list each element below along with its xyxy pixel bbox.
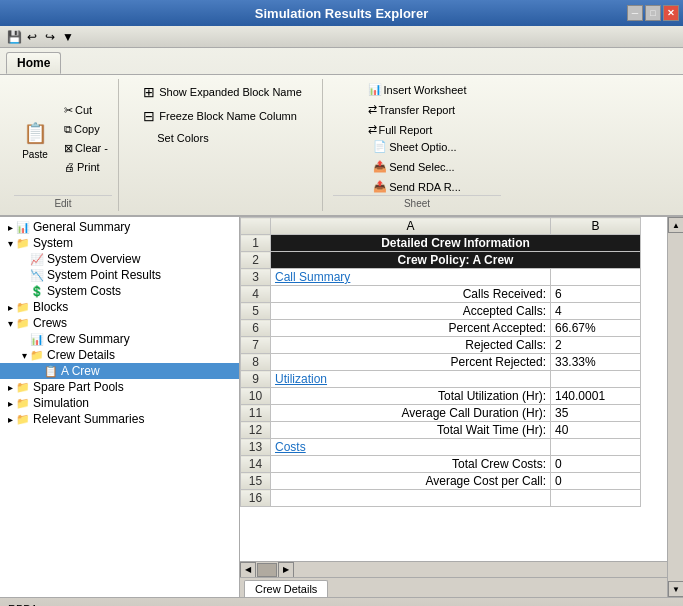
- sidebar-item-relevant-summaries[interactable]: ▸ 📁 Relevant Summaries: [0, 411, 239, 427]
- table-row: 12 Total Wait Time (Hr): 40: [241, 422, 641, 439]
- clear-button[interactable]: ⊠ Clear -: [60, 140, 112, 157]
- crews-expand-icon: ▾: [4, 318, 16, 329]
- sidebar-label-blocks: Blocks: [33, 300, 68, 314]
- ribbon-tabs: Home: [0, 48, 683, 74]
- table-row: 4 Calls Received: 6: [241, 286, 641, 303]
- scroll-down[interactable]: ▼: [668, 581, 683, 597]
- relevant-summaries-icon: 📁: [16, 413, 30, 426]
- tab-home[interactable]: Home: [6, 52, 61, 74]
- sheet-tabs: Crew Details: [240, 577, 667, 597]
- scroll-thumb-h[interactable]: [257, 563, 277, 577]
- sidebar-item-a-crew[interactable]: 📋 A Crew: [0, 363, 239, 379]
- insert-worksheet-button[interactable]: 📊 Insert Worksheet: [364, 81, 471, 98]
- sidebar-label-a-crew: A Crew: [61, 364, 100, 378]
- scroll-left[interactable]: ◀: [240, 562, 256, 578]
- sidebar-item-spare-part-pools[interactable]: ▸ 📁 Spare Part Pools: [0, 379, 239, 395]
- qat-save[interactable]: 💾: [6, 29, 22, 45]
- send-selected-label: Send Selec...: [389, 161, 454, 173]
- transfer-report-icon: ⇄: [368, 103, 377, 116]
- freeze-col-button[interactable]: ⊟ Freeze Block Name Column: [136, 105, 308, 127]
- cell-5b: 4: [551, 303, 641, 320]
- column-headers: A B: [241, 218, 641, 235]
- cell-10a: Total Utilization (Hr):: [271, 388, 551, 405]
- sidebar-item-system[interactable]: ▾ 📁 System: [0, 235, 239, 251]
- sheet-options-button[interactable]: 📄 Sheet Optio...: [369, 138, 465, 155]
- cell-9a[interactable]: Utilization: [271, 371, 551, 388]
- cell-14b: 0: [551, 456, 641, 473]
- table-row: 8 Percent Rejected: 33.33%: [241, 354, 641, 371]
- sidebar-label-system-costs: System Costs: [47, 284, 121, 298]
- row-num-9: 9: [241, 371, 271, 388]
- sidebar-item-general-summary[interactable]: ▸ 📊 General Summary: [0, 219, 239, 235]
- set-colors-button[interactable]: Set Colors: [136, 129, 308, 147]
- sidebar-label-system-overview: System Overview: [47, 252, 140, 266]
- cell-16b: [551, 490, 641, 507]
- qat-redo[interactable]: ↪: [42, 29, 58, 45]
- scroll-track-h: [256, 562, 278, 578]
- cell-3a[interactable]: Call Summary: [271, 269, 551, 286]
- cell-7a: Rejected Calls:: [271, 337, 551, 354]
- sidebar-label-simulation: Simulation: [33, 396, 89, 410]
- row-num-7: 7: [241, 337, 271, 354]
- maximize-button[interactable]: □: [645, 5, 661, 21]
- cut-copy-col: ✂ Cut ⧉ Copy ⊠ Clear - 🖨 Print: [60, 102, 112, 175]
- cut-button[interactable]: ✂ Cut: [60, 102, 112, 119]
- minimize-button[interactable]: ─: [627, 5, 643, 21]
- sidebar-label-system-point-results: System Point Results: [47, 268, 161, 282]
- sheet-buttons-2: 📄 Sheet Optio... 📤 Send Selec... 📤 Send …: [369, 138, 465, 195]
- sidebar-item-system-point-results[interactable]: 📉 System Point Results: [0, 267, 239, 283]
- table-row: 6 Percent Accepted: 66.67%: [241, 320, 641, 337]
- sheet-buttons: 📊 Insert Worksheet ⇄ Transfer Report ⇄ F…: [364, 81, 471, 138]
- cell-13a[interactable]: Costs: [271, 439, 551, 456]
- sidebar-item-crew-details[interactable]: ▾ 📁 Crew Details: [0, 347, 239, 363]
- cell-13b: [551, 439, 641, 456]
- system-overview-icon: 📈: [30, 253, 44, 266]
- cd-expand-icon: ▾: [18, 350, 30, 361]
- transfer-report-button[interactable]: ⇄ Transfer Report: [364, 101, 471, 118]
- ribbon: Home 📋 Paste ✂ Cut ⧉ Copy: [0, 48, 683, 217]
- sheet-wrapper[interactable]: A B 1 Detailed Crew Information 2 Crew P…: [240, 217, 667, 561]
- show-expanded-button[interactable]: ⊞ Show Expanded Block Name: [136, 81, 308, 103]
- close-button[interactable]: ✕: [663, 5, 679, 21]
- sheet-group: 📊 Insert Worksheet ⇄ Transfer Report ⇄ F…: [327, 79, 507, 211]
- sidebar-label-crews: Crews: [33, 316, 67, 330]
- send-selected-icon: 📤: [373, 160, 387, 173]
- scroll-up[interactable]: ▲: [668, 217, 683, 233]
- send-selected-button[interactable]: 📤 Send Selec...: [369, 158, 465, 175]
- vertical-scrollbar[interactable]: ▲ ▼: [667, 217, 683, 597]
- sidebar-item-blocks[interactable]: ▸ 📁 Blocks: [0, 299, 239, 315]
- clear-label: Clear -: [75, 142, 108, 154]
- expand-icon: ▸: [4, 222, 16, 233]
- row-num-13: 13: [241, 439, 271, 456]
- blocks-expand-icon: ▸: [4, 302, 16, 313]
- cell-8a: Percent Rejected:: [271, 354, 551, 371]
- qat-undo[interactable]: ↩: [24, 29, 40, 45]
- print-button[interactable]: 🖨 Print: [60, 159, 112, 175]
- spreadsheet: A B 1 Detailed Crew Information 2 Crew P…: [240, 217, 641, 507]
- sidebar-item-crews[interactable]: ▾ 📁 Crews: [0, 315, 239, 331]
- row-num-8: 8: [241, 354, 271, 371]
- sidebar-item-crew-summary[interactable]: 📊 Crew Summary: [0, 331, 239, 347]
- send-rda-icon: 📤: [373, 180, 387, 193]
- sidebar-item-system-overview[interactable]: 📈 System Overview: [0, 251, 239, 267]
- qat-dropdown[interactable]: ▼: [60, 29, 76, 45]
- cell-11b: 35: [551, 405, 641, 422]
- sheet-tab-crew-details[interactable]: Crew Details: [244, 580, 328, 597]
- paste-button[interactable]: 📋 Paste: [14, 114, 56, 163]
- horizontal-scrollbar[interactable]: ◀ ▶: [240, 561, 667, 577]
- full-report-button[interactable]: ⇄ Full Report: [364, 121, 471, 138]
- show-expanded-icon: ⊞: [143, 84, 155, 100]
- sidebar-item-simulation[interactable]: ▸ 📁 Simulation: [0, 395, 239, 411]
- freeze-col-label: Freeze Block Name Column: [159, 110, 297, 122]
- send-rda-button[interactable]: 📤 Send RDA R...: [369, 178, 465, 195]
- a-crew-icon: 📋: [44, 365, 58, 378]
- copy-button[interactable]: ⧉ Copy: [60, 121, 112, 138]
- table-row: 13 Costs: [241, 439, 641, 456]
- insert-worksheet-label: Insert Worksheet: [384, 84, 467, 96]
- scroll-right[interactable]: ▶: [278, 562, 294, 578]
- row-num-3: 3: [241, 269, 271, 286]
- show-expanded-label: Show Expanded Block Name: [159, 86, 301, 98]
- table-row: 15 Average Cost per Call: 0: [241, 473, 641, 490]
- sidebar-item-system-costs[interactable]: 💲 System Costs: [0, 283, 239, 299]
- cell-3b: [551, 269, 641, 286]
